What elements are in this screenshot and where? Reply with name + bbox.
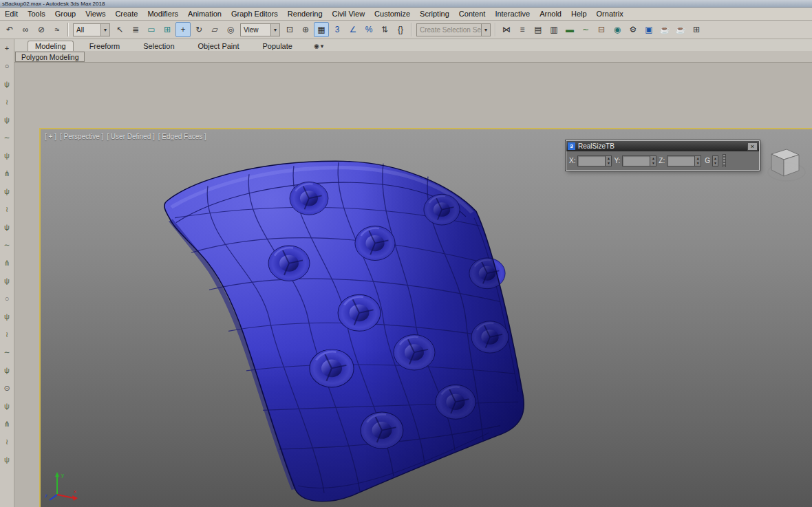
left-tool-icon[interactable]: ψ <box>1 308 13 325</box>
window-crossing-icon[interactable]: ⊞ <box>160 22 175 37</box>
tab-selection[interactable]: Selection <box>136 41 182 51</box>
left-tool-icon[interactable]: ○ <box>1 57 13 75</box>
left-tool-icon[interactable]: ≀ <box>1 433 13 451</box>
left-tool-icon[interactable]: ψ <box>1 218 13 236</box>
viewport-canvas[interactable] <box>41 129 812 507</box>
menu-create[interactable]: Create <box>110 8 142 20</box>
viewport-pov-menu[interactable]: [ Perspective ] <box>60 133 103 140</box>
menu-graph-editors[interactable]: Graph Editors <box>226 8 283 20</box>
material-editor-icon[interactable]: ◉ <box>610 22 625 37</box>
menu-scripting[interactable]: Scripting <box>415 8 454 20</box>
spinner-down-icon[interactable]: ▼ <box>713 161 718 166</box>
z-value-field[interactable]: ▲ ▼ <box>667 155 701 166</box>
rectangular-selection-region-icon[interactable]: ▭ <box>144 22 159 37</box>
select-object-icon[interactable]: ↖ <box>112 22 127 37</box>
use-pivot-point-icon[interactable]: ⊡ <box>282 22 297 37</box>
menu-interactive[interactable]: Interactive <box>490 8 535 20</box>
left-tool-icon[interactable]: ≀ <box>1 93 13 111</box>
menu-civil-view[interactable]: Civil View <box>328 8 370 20</box>
unlink-selection-icon[interactable]: ⊘ <box>34 22 49 37</box>
viewcube[interactable] <box>756 146 810 186</box>
spinner-up-icon[interactable]: ▲ <box>713 156 718 161</box>
spinner-up-icon[interactable]: ▲ <box>606 156 611 161</box>
render-iterative-icon[interactable]: ☕ <box>673 22 688 37</box>
viewport-user-menu[interactable]: [ User Defined ] <box>107 133 154 140</box>
spinner-down-icon[interactable]: ▼ <box>650 161 656 166</box>
rendered-frame-icon[interactable]: ▣ <box>641 22 656 37</box>
mirror-icon[interactable]: ⋈ <box>499 22 514 37</box>
left-tool-icon[interactable]: ⋔ <box>1 415 13 433</box>
spinner-down-icon[interactable]: ▼ <box>606 161 611 166</box>
cushion-model[interactable] <box>164 161 524 501</box>
menu-edit[interactable]: Edit <box>0 8 23 20</box>
bind-to-space-warp-icon[interactable]: ≈ <box>50 22 65 37</box>
viewcube-cube[interactable] <box>771 149 799 176</box>
scene-explorer-icon[interactable]: ▥ <box>546 22 562 37</box>
viewport-shading-menu[interactable]: [ Edged Faces ] <box>158 133 206 140</box>
extras-grid-icon[interactable]: ⊞ <box>689 22 704 37</box>
ribbon-toggle-icon[interactable]: ▬ <box>562 22 577 37</box>
menu-tools[interactable]: Tools <box>23 8 50 20</box>
perspective-viewport[interactable]: [ + ] [ Perspective ] [ User Defined ] [… <box>39 128 812 507</box>
left-tool-icon[interactable]: ≀ <box>1 200 13 218</box>
left-tool-icon[interactable]: ψ <box>1 182 13 200</box>
selection-filter-dropdown[interactable]: All ▾ <box>73 23 110 36</box>
g-spinner[interactable]: ▲ ▼ <box>712 155 718 166</box>
left-tool-icon[interactable]: ∼ <box>1 343 13 361</box>
tab-modeling[interactable]: Modeling <box>28 41 74 51</box>
menu-animation[interactable]: Animation <box>183 8 226 20</box>
left-tool-icon[interactable]: ∼ <box>1 236 13 254</box>
schematic-view-icon[interactable]: ⊟ <box>594 22 609 37</box>
menu-content[interactable]: Content <box>454 8 491 20</box>
keyboard-shortcut-override-icon[interactable]: ▦ <box>314 22 329 37</box>
menu-rendering[interactable]: Rendering <box>283 8 328 20</box>
left-tool-icon[interactable]: ψ <box>1 147 13 164</box>
menu-arnold[interactable]: Arnold <box>535 8 566 20</box>
y-spinner[interactable]: ▲ ▼ <box>650 156 656 166</box>
layer-explorer-icon[interactable]: ▤ <box>531 22 546 37</box>
tab-object-paint[interactable]: Object Paint <box>191 41 247 51</box>
left-tool-icon[interactable]: ⋔ <box>1 254 13 272</box>
menu-views[interactable]: Views <box>81 8 110 20</box>
left-tool-icon[interactable]: ψ <box>1 397 13 415</box>
spinner-snap-icon[interactable]: ⇅ <box>377 22 392 37</box>
tab-freeform[interactable]: Freeform <box>82 41 128 51</box>
ribbon-config-icon[interactable]: ◉ ▾ <box>314 43 323 51</box>
x-value-field[interactable]: ▲ ▼ <box>577 155 612 166</box>
spinner-up-icon[interactable]: ▲ <box>650 156 656 161</box>
left-tool-icon[interactable]: ⊙ <box>1 379 13 397</box>
select-and-scale-icon[interactable]: ▱ <box>207 22 222 37</box>
spinner-up-icon[interactable]: ▲ <box>695 156 701 161</box>
curve-editor-icon[interactable]: ∼ <box>578 22 593 37</box>
percent-snap-icon[interactable]: % <box>361 22 376 37</box>
menu-customize[interactable]: Customize <box>370 8 415 20</box>
select-and-link-icon[interactable]: ∞ <box>18 22 33 37</box>
close-icon[interactable]: × <box>747 142 758 151</box>
render-setup-icon[interactable]: ⚙ <box>626 22 641 37</box>
viewport-general-menu[interactable]: [ + ] <box>45 133 56 140</box>
left-tool-icon[interactable]: ψ <box>1 75 13 93</box>
reference-coordinate-dropdown[interactable]: View ▾ <box>240 23 280 36</box>
angle-snap-icon[interactable]: ∠ <box>345 22 361 37</box>
left-tool-icon[interactable]: ψ <box>1 451 13 468</box>
y-value-field[interactable]: ▲ ▼ <box>622 155 656 166</box>
create-selection-set-dropdown[interactable]: Create Selection Se ▾ <box>416 23 491 36</box>
z-spinner[interactable]: ▲ ▼ <box>694 156 701 166</box>
menu-ornatrix[interactable]: Ornatrix <box>592 8 628 20</box>
select-and-rotate-icon[interactable]: ↻ <box>191 22 206 37</box>
menu-modifiers[interactable]: Modifiers <box>142 8 183 20</box>
named-selection-sets-icon[interactable]: {} <box>393 22 408 37</box>
left-tool-icon[interactable]: ∼ <box>1 129 13 147</box>
left-tool-icon[interactable]: ⋔ <box>1 164 13 182</box>
undo-icon[interactable]: ↶ <box>2 22 17 37</box>
menu-group[interactable]: Group <box>50 8 81 20</box>
polygon-modeling-panel-tab[interactable]: Polygon Modeling <box>15 52 85 62</box>
tab-populate[interactable]: Populate <box>255 41 299 51</box>
left-tool-icon[interactable]: ○ <box>1 290 13 308</box>
select-and-move-icon[interactable]: + <box>175 22 191 37</box>
left-tool-icon[interactable]: ψ <box>1 272 13 290</box>
left-tool-icon[interactable]: + <box>1 39 13 57</box>
select-by-name-icon[interactable]: ≣ <box>128 22 143 37</box>
g-toggle[interactable]: G <box>705 157 710 164</box>
spinner-down-icon[interactable]: ▼ <box>695 161 701 166</box>
